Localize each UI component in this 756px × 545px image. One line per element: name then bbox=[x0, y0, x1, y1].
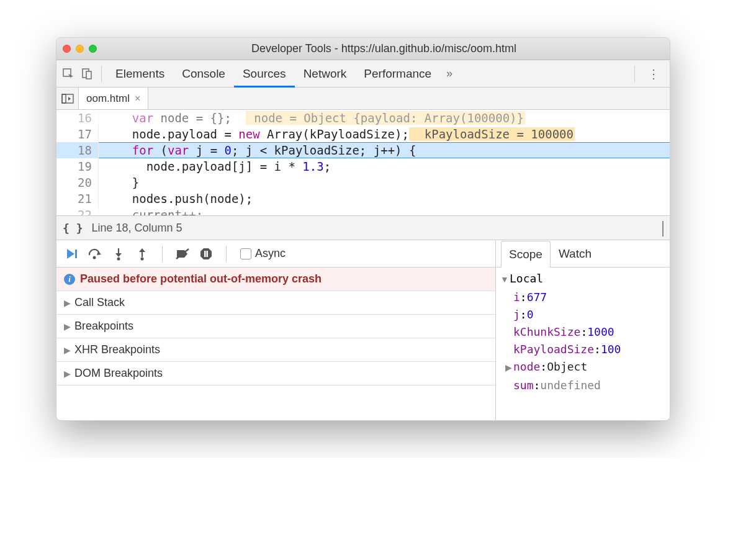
step-over-button[interactable] bbox=[86, 245, 104, 263]
file-tab-oom[interactable]: oom.html × bbox=[79, 88, 148, 109]
file-tab-label: oom.html bbox=[86, 92, 130, 105]
debug-left-pane: Async i Paused before potential out-of-m… bbox=[56, 240, 496, 420]
scope-pane: Scope Watch ▼ Local i: 677 j: 0 kChunkSi… bbox=[496, 240, 670, 420]
devtools-window: Developer Tools - https://ulan.github.io… bbox=[56, 37, 670, 421]
checkbox-icon bbox=[240, 248, 251, 259]
chevron-right-icon: ▶ bbox=[503, 359, 513, 377]
tab-performance[interactable]: Performance bbox=[355, 60, 440, 88]
tab-network[interactable]: Network bbox=[295, 60, 356, 88]
async-checkbox[interactable]: Async bbox=[240, 247, 286, 260]
tab-elements[interactable]: Elements bbox=[107, 60, 173, 88]
scope-tabbar: Scope Watch bbox=[496, 240, 670, 268]
status-bar: { } Line 18, Column 5 bbox=[56, 215, 670, 240]
code-editor[interactable]: 16 var node = {}; node = Object {payload… bbox=[56, 110, 670, 215]
separator bbox=[634, 66, 635, 82]
call-stack-section[interactable]: ▶ Call Stack bbox=[56, 291, 495, 315]
navigator-toggle-icon[interactable] bbox=[56, 88, 79, 109]
svg-point-8 bbox=[117, 257, 120, 260]
pause-on-exceptions-button[interactable] bbox=[197, 245, 215, 263]
resume-button[interactable] bbox=[63, 245, 80, 263]
step-out-button[interactable] bbox=[133, 245, 151, 263]
device-toolbar-icon[interactable] bbox=[78, 65, 96, 83]
scope-var-expandable[interactable]: ▶ node: Object bbox=[500, 358, 666, 377]
code-line: 17 node.payload = new Array(kPayloadSize… bbox=[56, 126, 670, 142]
separator bbox=[226, 246, 227, 262]
chevron-right-icon: ▶ bbox=[64, 345, 71, 355]
scope-var[interactable]: kChunkSize: 1000 bbox=[500, 323, 666, 341]
separator bbox=[101, 66, 102, 82]
chevron-right-icon: ▶ bbox=[64, 369, 71, 379]
pause-banner: i Paused before potential out-of-memory … bbox=[56, 268, 495, 291]
step-into-button[interactable] bbox=[110, 245, 127, 263]
code-line: 21 nodes.push(node); bbox=[56, 191, 670, 207]
info-icon: i bbox=[64, 274, 75, 285]
scope-var[interactable]: i: 677 bbox=[500, 289, 666, 306]
close-window-button[interactable] bbox=[63, 45, 71, 53]
scope-var[interactable]: kPayloadSize: 100 bbox=[500, 341, 666, 358]
scope-var[interactable]: j: 0 bbox=[500, 306, 666, 323]
code-line: 20 } bbox=[56, 174, 670, 191]
zoom-window-button[interactable] bbox=[89, 45, 97, 53]
more-tabs-icon[interactable]: » bbox=[440, 67, 459, 80]
svg-rect-2 bbox=[86, 71, 91, 79]
tab-watch[interactable]: Watch bbox=[551, 240, 600, 267]
section-label: XHR Breakpoints bbox=[74, 343, 160, 356]
window-title: Developer Tools - https://ulan.github.io… bbox=[104, 42, 664, 55]
panel-tabstrip: Elements Console Sources Network Perform… bbox=[56, 60, 670, 88]
pause-banner-text: Paused before potential out-of-memory cr… bbox=[80, 272, 322, 286]
scope-var[interactable]: sum: undefined bbox=[500, 377, 666, 394]
svg-rect-3 bbox=[62, 94, 73, 103]
dom-breakpoints-section[interactable]: ▶ DOM Breakpoints bbox=[56, 362, 495, 385]
chevron-down-icon: ▼ bbox=[500, 271, 510, 289]
tab-scope[interactable]: Scope bbox=[501, 241, 551, 268]
async-label: Async bbox=[255, 247, 286, 260]
deactivate-breakpoints-button[interactable] bbox=[174, 245, 191, 263]
section-label: Call Stack bbox=[74, 296, 125, 309]
scope-local[interactable]: ▼ Local bbox=[500, 270, 666, 289]
chevron-right-icon: ▶ bbox=[64, 298, 71, 308]
tab-console[interactable]: Console bbox=[173, 60, 234, 88]
separator bbox=[162, 246, 163, 262]
section-label: Breakpoints bbox=[74, 320, 133, 333]
scope-local-label: Local bbox=[510, 270, 543, 287]
close-tab-icon[interactable]: × bbox=[135, 93, 140, 104]
svg-point-6 bbox=[93, 256, 96, 259]
minimize-window-button[interactable] bbox=[76, 45, 84, 53]
svg-rect-5 bbox=[75, 250, 77, 258]
code-line: 16 var node = {}; node = Object {payload… bbox=[56, 110, 670, 126]
svg-rect-12 bbox=[204, 251, 206, 257]
settings-menu-icon[interactable]: ⋮ bbox=[640, 66, 667, 81]
svg-rect-13 bbox=[207, 251, 209, 257]
debugger-panel: Async i Paused before potential out-of-m… bbox=[56, 240, 670, 420]
svg-point-10 bbox=[141, 257, 144, 260]
inspect-element-icon[interactable] bbox=[59, 65, 78, 83]
section-label: DOM Breakpoints bbox=[74, 367, 163, 380]
breakpoints-section[interactable]: ▶ Breakpoints bbox=[56, 315, 495, 338]
cursor-location: Line 18, Column 5 bbox=[92, 222, 662, 235]
tab-sources[interactable]: Sources bbox=[234, 60, 295, 88]
code-line: 19 node.payload[j] = i * 1.3; bbox=[56, 158, 670, 174]
drawer-toggle-icon[interactable] bbox=[662, 222, 664, 235]
chevron-right-icon: ▶ bbox=[64, 322, 71, 331]
xhr-breakpoints-section[interactable]: ▶ XHR Breakpoints bbox=[56, 338, 495, 362]
pretty-print-button[interactable]: { } bbox=[63, 222, 83, 235]
svg-rect-4 bbox=[62, 94, 66, 103]
scope-tree: ▼ Local i: 677 j: 0 kChunkSize: 1000 kPa… bbox=[496, 268, 670, 420]
titlebar: Developer Tools - https://ulan.github.io… bbox=[56, 38, 670, 60]
code-line: 22 current++; bbox=[56, 207, 670, 215]
file-tabbar: oom.html × bbox=[56, 88, 670, 110]
traffic-lights bbox=[63, 45, 97, 53]
debug-toolbar: Async bbox=[56, 240, 495, 268]
code-line-highlighted: 18 for (var j = 0; j < kPayloadSize; j++… bbox=[56, 142, 670, 158]
